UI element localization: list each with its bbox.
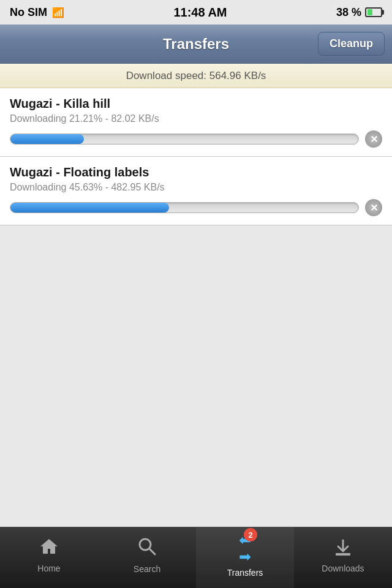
progress-row: ✕ [10, 199, 382, 216]
tab-home[interactable]: Home [0, 527, 98, 588]
download-item: Wugazi - Floating labels Downloading 45.… [0, 157, 392, 225]
cleanup-button[interactable]: Cleanup [318, 32, 385, 56]
cancel-button[interactable]: ✕ [365, 130, 382, 148]
tab-bar: Home Search ⬅ ➡ 2 Transfers [0, 527, 392, 588]
battery-percent: 38 % [336, 6, 361, 19]
progress-fill [10, 203, 169, 213]
tab-transfers[interactable]: ⬅ ➡ 2 Transfers [196, 527, 294, 588]
progress-row: ✕ [10, 130, 382, 148]
svg-line-1 [149, 549, 155, 554]
nav-title: Transfers [163, 36, 229, 53]
carrier-label: No SIM [10, 6, 47, 19]
cancel-button[interactable]: ✕ [365, 199, 382, 216]
download-title: Wugazi - Killa hill [10, 97, 382, 111]
progress-fill [10, 134, 84, 144]
content-area [0, 225, 392, 532]
tab-home-label: Home [37, 564, 60, 573]
search-icon [137, 537, 157, 560]
home-icon [39, 537, 59, 560]
svg-rect-2 [336, 553, 350, 556]
tab-downloads-label: Downloads [322, 564, 364, 573]
nav-bar: Transfers Cleanup [0, 24, 392, 64]
transfers-badge: 2 [244, 528, 257, 541]
downloads-icon [333, 538, 353, 560]
tab-search[interactable]: Search [98, 527, 196, 588]
clock: 11:48 AM [173, 6, 227, 19]
wifi-icon: 📶 [52, 7, 64, 18]
download-title: Wugazi - Floating labels [10, 165, 382, 179]
tab-transfers-label: Transfers [227, 568, 263, 578]
speed-text: Download speed: 564.96 KB/s [126, 70, 266, 82]
battery-icon [365, 7, 382, 17]
speed-bar: Download speed: 564.96 KB/s [0, 64, 392, 88]
transfers-icon: ⬅ ➡ 2 [239, 533, 251, 564]
download-item: Wugazi - Killa hill Downloading 21.21% -… [0, 88, 392, 157]
tab-downloads[interactable]: Downloads [294, 527, 392, 588]
status-bar: No SIM 📶 11:48 AM 38 % [0, 0, 392, 24]
progress-bar-container [10, 134, 359, 145]
progress-bar-container [10, 202, 359, 213]
download-status: Downloading 21.21% - 82.02 KB/s [10, 113, 382, 124]
arrow-right-icon: ➡ [239, 549, 251, 564]
tab-search-label: Search [134, 564, 160, 574]
download-status: Downloading 45.63% - 482.95 KB/s [10, 182, 382, 193]
